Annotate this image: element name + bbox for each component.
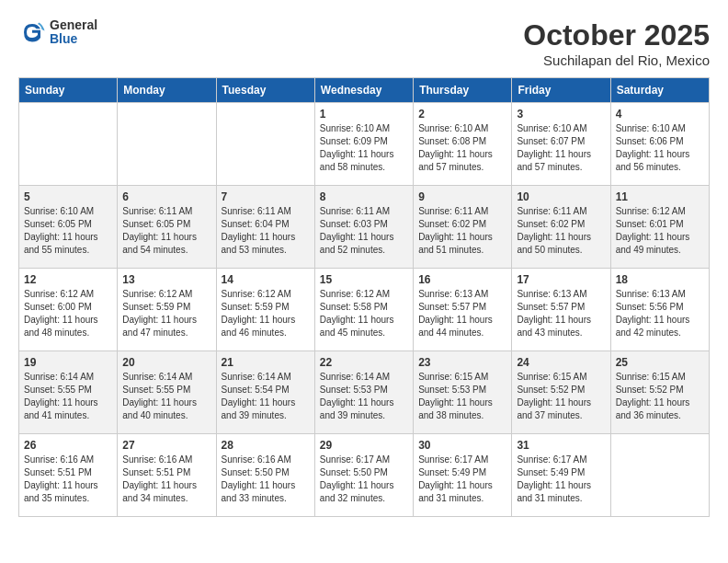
calendar-header: SundayMondayTuesdayWednesdayThursdayFrid… (19, 78, 710, 103)
day-info: Sunrise: 6:12 AM Sunset: 5:58 PM Dayligh… (320, 288, 408, 339)
calendar-cell (19, 103, 118, 186)
page-header: General Blue October 2025 Suchilapan del… (18, 18, 710, 68)
day-info: Sunrise: 6:11 AM Sunset: 6:05 PM Dayligh… (122, 205, 210, 257)
calendar-cell: 4Sunrise: 6:10 AM Sunset: 6:06 PM Daylig… (610, 103, 709, 186)
calendar-cell: 20Sunrise: 6:14 AM Sunset: 5:55 PM Dayli… (118, 351, 216, 434)
calendar-table: SundayMondayTuesdayWednesdayThursdayFrid… (18, 77, 710, 517)
calendar-cell: 5Sunrise: 6:10 AM Sunset: 6:05 PM Daylig… (19, 186, 118, 269)
calendar-cell (118, 103, 216, 186)
day-number: 24 (517, 356, 605, 369)
day-number: 11 (616, 190, 704, 203)
day-number: 18 (616, 273, 704, 286)
calendar-week-5: 26Sunrise: 6:16 AM Sunset: 5:51 PM Dayli… (19, 434, 710, 517)
day-info: Sunrise: 6:11 AM Sunset: 6:04 PM Dayligh… (222, 205, 310, 257)
day-info: Sunrise: 6:14 AM Sunset: 5:55 PM Dayligh… (24, 371, 112, 422)
calendar-week-3: 12Sunrise: 6:12 AM Sunset: 6:00 PM Dayli… (19, 269, 710, 351)
day-number: 9 (418, 190, 506, 203)
logo: General Blue (18, 18, 97, 47)
day-info: Sunrise: 6:10 AM Sunset: 6:08 PM Dayligh… (418, 122, 506, 174)
day-number: 23 (418, 356, 506, 369)
calendar-cell: 24Sunrise: 6:15 AM Sunset: 5:52 PM Dayli… (512, 351, 610, 434)
weekday-header-saturday: Saturday (610, 78, 709, 103)
calendar-week-1: 1Sunrise: 6:10 AM Sunset: 6:09 PM Daylig… (19, 103, 710, 186)
calendar-cell: 11Sunrise: 6:12 AM Sunset: 6:01 PM Dayli… (610, 186, 709, 269)
day-number: 4 (616, 108, 704, 121)
day-number: 30 (418, 439, 506, 452)
day-number: 13 (122, 273, 210, 286)
month-title: October 2025 (523, 18, 710, 52)
day-info: Sunrise: 6:14 AM Sunset: 5:54 PM Dayligh… (222, 371, 310, 422)
day-info: Sunrise: 6:14 AM Sunset: 5:55 PM Dayligh… (122, 371, 210, 422)
calendar-cell: 30Sunrise: 6:17 AM Sunset: 5:49 PM Dayli… (414, 434, 512, 517)
calendar-cell: 22Sunrise: 6:14 AM Sunset: 5:53 PM Dayli… (314, 351, 413, 434)
day-number: 16 (418, 273, 506, 286)
day-info: Sunrise: 6:11 AM Sunset: 6:03 PM Dayligh… (320, 205, 408, 257)
day-info: Sunrise: 6:14 AM Sunset: 5:53 PM Dayligh… (320, 371, 408, 422)
logo-blue-text: Blue (50, 32, 97, 46)
weekday-header-thursday: Thursday (414, 78, 512, 103)
day-number: 29 (320, 439, 408, 452)
day-info: Sunrise: 6:12 AM Sunset: 5:59 PM Dayligh… (122, 288, 210, 339)
day-info: Sunrise: 6:13 AM Sunset: 5:57 PM Dayligh… (517, 288, 605, 339)
weekday-header-friday: Friday (512, 78, 610, 103)
calendar-cell: 2Sunrise: 6:10 AM Sunset: 6:08 PM Daylig… (414, 103, 512, 186)
day-info: Sunrise: 6:12 AM Sunset: 6:00 PM Dayligh… (24, 288, 112, 339)
day-number: 26 (24, 439, 112, 452)
day-info: Sunrise: 6:17 AM Sunset: 5:50 PM Dayligh… (320, 454, 408, 505)
calendar-cell (610, 434, 709, 517)
weekday-header-sunday: Sunday (19, 78, 118, 103)
calendar-cell: 26Sunrise: 6:16 AM Sunset: 5:51 PM Dayli… (19, 434, 118, 517)
day-number: 6 (122, 190, 210, 203)
calendar-cell: 8Sunrise: 6:11 AM Sunset: 6:03 PM Daylig… (314, 186, 413, 269)
day-number: 31 (517, 439, 605, 452)
calendar-cell: 7Sunrise: 6:11 AM Sunset: 6:04 PM Daylig… (216, 186, 314, 269)
day-number: 17 (517, 273, 605, 286)
calendar-cell: 1Sunrise: 6:10 AM Sunset: 6:09 PM Daylig… (314, 103, 413, 186)
day-number: 20 (122, 356, 210, 369)
calendar-cell: 14Sunrise: 6:12 AM Sunset: 5:59 PM Dayli… (216, 269, 314, 351)
day-number: 25 (616, 356, 704, 369)
calendar-cell: 16Sunrise: 6:13 AM Sunset: 5:57 PM Dayli… (414, 269, 512, 351)
calendar-cell: 13Sunrise: 6:12 AM Sunset: 5:59 PM Dayli… (118, 269, 216, 351)
day-info: Sunrise: 6:11 AM Sunset: 6:02 PM Dayligh… (418, 205, 506, 257)
calendar-cell: 6Sunrise: 6:11 AM Sunset: 6:05 PM Daylig… (118, 186, 216, 269)
title-block: October 2025 Suchilapan del Rio, Mexico (523, 18, 710, 68)
calendar-cell (216, 103, 314, 186)
day-info: Sunrise: 6:17 AM Sunset: 5:49 PM Dayligh… (517, 454, 605, 505)
calendar-cell: 17Sunrise: 6:13 AM Sunset: 5:57 PM Dayli… (512, 269, 610, 351)
location-title: Suchilapan del Rio, Mexico (523, 52, 710, 68)
calendar-cell: 10Sunrise: 6:11 AM Sunset: 6:02 PM Dayli… (512, 186, 610, 269)
day-info: Sunrise: 6:11 AM Sunset: 6:02 PM Dayligh… (517, 205, 605, 257)
weekday-header-tuesday: Tuesday (216, 78, 314, 103)
day-number: 14 (222, 273, 310, 286)
day-number: 21 (222, 356, 310, 369)
calendar-body: 1Sunrise: 6:10 AM Sunset: 6:09 PM Daylig… (19, 103, 710, 517)
day-info: Sunrise: 6:13 AM Sunset: 5:56 PM Dayligh… (616, 288, 704, 339)
day-number: 22 (320, 356, 408, 369)
weekday-header-monday: Monday (118, 78, 216, 103)
day-number: 19 (24, 356, 112, 369)
day-number: 10 (517, 190, 605, 203)
day-info: Sunrise: 6:15 AM Sunset: 5:52 PM Dayligh… (517, 371, 605, 422)
weekday-header-wednesday: Wednesday (314, 78, 413, 103)
calendar-cell: 15Sunrise: 6:12 AM Sunset: 5:58 PM Dayli… (314, 269, 413, 351)
calendar-cell: 3Sunrise: 6:10 AM Sunset: 6:07 PM Daylig… (512, 103, 610, 186)
day-info: Sunrise: 6:12 AM Sunset: 5:59 PM Dayligh… (222, 288, 310, 339)
day-number: 15 (320, 273, 408, 286)
weekday-row: SundayMondayTuesdayWednesdayThursdayFrid… (19, 78, 710, 103)
calendar-cell: 27Sunrise: 6:16 AM Sunset: 5:51 PM Dayli… (118, 434, 216, 517)
calendar-cell: 29Sunrise: 6:17 AM Sunset: 5:50 PM Dayli… (314, 434, 413, 517)
day-info: Sunrise: 6:13 AM Sunset: 5:57 PM Dayligh… (418, 288, 506, 339)
day-info: Sunrise: 6:16 AM Sunset: 5:50 PM Dayligh… (222, 454, 310, 505)
day-number: 1 (320, 108, 408, 121)
day-info: Sunrise: 6:12 AM Sunset: 6:01 PM Dayligh… (616, 205, 704, 257)
logo-icon (18, 18, 46, 46)
day-number: 27 (122, 439, 210, 452)
day-info: Sunrise: 6:15 AM Sunset: 5:53 PM Dayligh… (418, 371, 506, 422)
day-info: Sunrise: 6:16 AM Sunset: 5:51 PM Dayligh… (122, 454, 210, 505)
logo-general-text: General (50, 18, 97, 32)
calendar-cell: 19Sunrise: 6:14 AM Sunset: 5:55 PM Dayli… (19, 351, 118, 434)
calendar-cell: 28Sunrise: 6:16 AM Sunset: 5:50 PM Dayli… (216, 434, 314, 517)
calendar-cell: 18Sunrise: 6:13 AM Sunset: 5:56 PM Dayli… (610, 269, 709, 351)
day-info: Sunrise: 6:10 AM Sunset: 6:05 PM Dayligh… (24, 205, 112, 257)
